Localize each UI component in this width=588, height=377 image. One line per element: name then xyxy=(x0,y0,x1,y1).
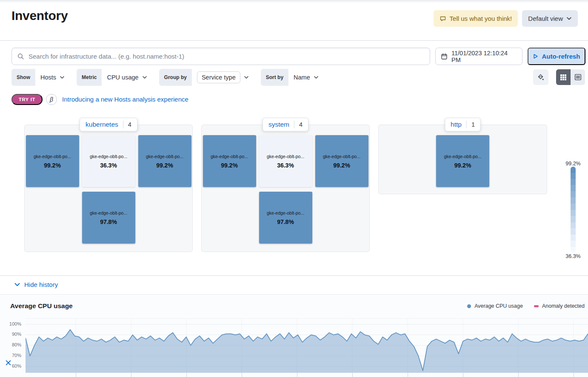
grid-view-icon xyxy=(560,74,567,81)
filter-controls: Show Hosts Metric CPU usage Group by Ser… xyxy=(11,69,324,86)
pill-divider xyxy=(466,121,467,128)
view-dropdown-label: Default view xyxy=(528,15,563,22)
view-options xyxy=(533,69,585,85)
metric-filter-label: Metric xyxy=(77,69,102,86)
auto-refresh-button[interactable]: Auto-refresh xyxy=(528,48,585,65)
top-shadow xyxy=(0,0,588,3)
group-name-link[interactable]: http xyxy=(451,121,462,128)
host-name: gke-edge-oblt-po... xyxy=(267,154,304,159)
metric-filter-value: CPU usage xyxy=(107,74,138,81)
paint-fill-icon xyxy=(537,74,545,81)
chevron-down-icon xyxy=(244,75,249,80)
host-metric-value: 99.2% xyxy=(333,162,350,169)
date-time-picker[interactable]: 11/01/2023 12:10:24 PM xyxy=(435,48,522,65)
grid-view-button[interactable] xyxy=(556,69,571,85)
history-divider xyxy=(0,275,588,276)
hosts-analysis-link[interactable]: Introducing a new Hosts analysis experie… xyxy=(62,96,188,103)
host-metric-value: 97.8% xyxy=(100,218,117,225)
history-panel: Average CPU usage Average CPU usage Anom… xyxy=(0,294,588,377)
feedback-button[interactable]: Tell us what you think! xyxy=(434,10,518,27)
host-name: gke-edge-oblt-po... xyxy=(323,154,360,159)
metric-filter-dropdown[interactable]: CPU usage xyxy=(102,69,152,86)
chevron-down-icon xyxy=(566,16,572,21)
color-scale-bar xyxy=(571,167,576,253)
host-metric-value: 99.2% xyxy=(221,162,238,169)
legend-item-avg-cpu[interactable]: Average CPU usage xyxy=(467,303,523,309)
pill-divider xyxy=(123,121,123,128)
metric-filter: Metric CPU usage xyxy=(77,69,152,86)
group-count: 1 xyxy=(471,121,475,128)
show-filter-value: Hosts xyxy=(40,74,56,81)
play-icon xyxy=(533,54,538,59)
host-name: gke-edge-oblt-po... xyxy=(90,154,127,159)
inventory-page: Inventory Tell us what you think! Defaul… xyxy=(0,0,588,377)
group-header-pill[interactable]: system 4 xyxy=(263,118,308,131)
host-tile[interactable]: gke-edge-oblt-po... 99.2% xyxy=(138,135,191,187)
sort-by-filter-value: Name xyxy=(294,74,310,81)
view-dropdown[interactable]: Default view xyxy=(522,10,578,27)
host-name: gke-edge-oblt-po... xyxy=(267,210,304,215)
close-icon[interactable] xyxy=(5,360,11,366)
legend-label: Anomaly detected xyxy=(542,303,585,309)
show-filter-dropdown[interactable]: Hosts xyxy=(35,69,70,86)
speech-bubble-icon xyxy=(440,15,446,22)
search-input[interactable] xyxy=(29,53,425,60)
try-it-badge[interactable]: TRY IT xyxy=(11,94,43,105)
tile-grid: gke-edge-oblt-po... 99.2% gke-edge-oblt-… xyxy=(201,135,370,244)
show-filter: Show Hosts xyxy=(11,69,70,86)
pill-divider xyxy=(294,121,294,128)
host-metric-value: 99.2% xyxy=(156,162,173,169)
sort-by-filter-dropdown[interactable]: Name xyxy=(288,69,324,86)
tile-grid: gke-edge-oblt-po... 99.2% xyxy=(378,135,547,187)
group-count: 4 xyxy=(299,121,303,128)
host-tile[interactable]: gke-edge-oblt-po... 97.8% xyxy=(82,192,135,244)
chart-legend: Average CPU usage Anomaly detected xyxy=(467,303,585,309)
anomaly-dash-icon xyxy=(534,305,539,307)
series-dot-icon xyxy=(467,304,471,308)
view-mode-toggle xyxy=(556,69,585,85)
calendar-icon xyxy=(441,53,448,60)
header-divider xyxy=(0,40,588,41)
group-name-link[interactable]: kubernetes xyxy=(86,121,118,128)
group-header-pill[interactable]: http 1 xyxy=(445,118,481,131)
date-time-value: 11/01/2023 12:10:24 PM xyxy=(451,50,517,63)
table-view-icon xyxy=(574,74,582,81)
chart-title: Average CPU usage xyxy=(10,302,73,310)
group-header-pill[interactable]: kubernetes 4 xyxy=(80,118,137,131)
chevron-down-icon xyxy=(314,75,319,80)
host-metric-value: 36.3% xyxy=(277,162,294,169)
show-filter-label: Show xyxy=(11,69,35,86)
host-metric-value: 97.8% xyxy=(277,218,294,225)
group-by-filter-label: Group by xyxy=(159,69,192,86)
host-tile[interactable]: gke-edge-oblt-po... 97.8% xyxy=(259,192,312,244)
host-tile[interactable]: gke-edge-oblt-po... 99.2% xyxy=(26,135,79,187)
search-icon xyxy=(17,53,24,60)
host-tile[interactable]: gke-edge-oblt-po... 36.3% xyxy=(259,135,312,187)
legend-label: Average CPU usage xyxy=(474,303,523,309)
host-tile[interactable]: gke-edge-oblt-po... 99.2% xyxy=(315,135,368,187)
legend-min-value: 36.3% xyxy=(561,253,585,259)
table-view-button[interactable] xyxy=(571,69,585,85)
group-by-filter: Group by Service type xyxy=(159,69,254,86)
host-name: gke-edge-oblt-po... xyxy=(90,210,127,215)
page-title: Inventory xyxy=(11,9,68,23)
group-name-link[interactable]: system xyxy=(268,121,289,128)
chevron-down-icon xyxy=(60,75,65,80)
legend-item-anomaly[interactable]: Anomaly detected xyxy=(534,303,585,309)
legend-max-value: 99.2% xyxy=(561,161,585,167)
search-bar xyxy=(11,48,430,65)
history-chart[interactable] xyxy=(26,318,588,372)
hide-history-toggle[interactable]: Hide history xyxy=(14,281,58,288)
host-name: gke-edge-oblt-po... xyxy=(444,154,481,159)
host-tile[interactable]: gke-edge-oblt-po... 99.2% xyxy=(203,135,256,187)
host-metric-value: 99.2% xyxy=(44,162,61,169)
host-tile[interactable]: gke-edge-oblt-po... 36.3% xyxy=(82,135,135,187)
chevron-down-icon xyxy=(14,281,20,288)
legend-color-button[interactable] xyxy=(533,69,548,85)
auto-refresh-label: Auto-refresh xyxy=(542,53,580,60)
host-name: gke-edge-oblt-po... xyxy=(146,154,183,159)
sort-by-filter: Sort by Name xyxy=(261,69,324,86)
feedback-label: Tell us what you think! xyxy=(450,15,512,22)
host-tile[interactable]: gke-edge-oblt-po... 99.2% xyxy=(436,135,489,187)
group-by-filter-dropdown[interactable]: Service type xyxy=(192,69,254,86)
